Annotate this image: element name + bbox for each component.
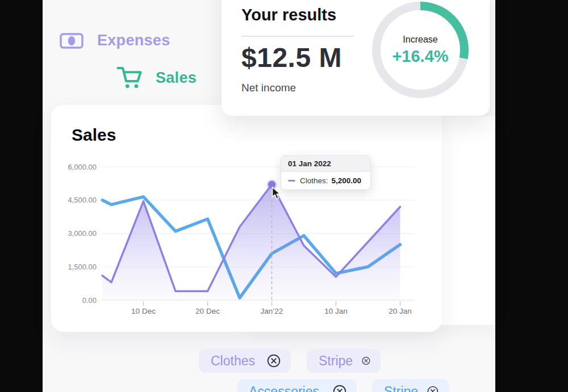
- svg-text:0.00: 0.00: [82, 296, 97, 305]
- chart-tooltip: 01 Jan 2022 Clothes: 5,200.00: [281, 155, 371, 190]
- filter-tag-partial-2[interactable]: Stripe: [372, 379, 449, 392]
- cart-icon: [116, 66, 142, 90]
- results-title: Your results: [241, 6, 336, 24]
- remove-tag-icon[interactable]: [267, 354, 281, 368]
- remove-tag-icon[interactable]: [333, 385, 346, 392]
- tag-label: Clothes: [211, 353, 255, 369]
- expenses-label: Expenses: [97, 32, 170, 49]
- filter-tag-stripe[interactable]: Stripe: [307, 349, 381, 373]
- divider: [241, 36, 354, 37]
- svg-text:20 Jan: 20 Jan: [389, 307, 412, 315]
- net-income-caption: Net income: [241, 82, 296, 94]
- svg-text:Jan’22: Jan’22: [261, 307, 283, 315]
- svg-text:20 Dec: 20 Dec: [195, 307, 220, 315]
- legend-sales: Sales: [116, 66, 197, 90]
- tooltip-body: Clothes: 5,200.00: [281, 172, 370, 189]
- tag-label: Accessories: [249, 384, 319, 392]
- svg-text:4,500.00: 4,500.00: [68, 196, 97, 204]
- remove-tag-icon[interactable]: [362, 354, 370, 368]
- svg-text:6,000.00: 6,000.00: [68, 163, 97, 171]
- sales-chart-card: Sales 6,000.004,500.003,000.001,500.000.…: [51, 105, 442, 332]
- tooltip-value: 5,200.00: [332, 176, 362, 185]
- banknote-icon: [60, 33, 83, 49]
- sales-line-chart[interactable]: 6,000.004,500.003,000.001,500.000.0010 D…: [51, 105, 442, 332]
- series-swatch: [288, 180, 295, 182]
- sales-label: Sales: [156, 69, 197, 87]
- tag-label: Stripe: [384, 384, 418, 392]
- net-income-amount: $12.5 M: [241, 42, 342, 73]
- svg-text:10 Dec: 10 Dec: [131, 307, 156, 315]
- increase-value: +16.4%: [392, 47, 448, 66]
- donut-texts: Increase +16.4%: [370, 0, 470, 100]
- filter-tag-partial-1[interactable]: Accessories: [237, 379, 357, 392]
- mouse-cursor-icon: [272, 187, 284, 203]
- svg-text:10 Jan: 10 Jan: [324, 307, 348, 315]
- svg-text:3,000.00: 3,000.00: [68, 229, 97, 238]
- remove-tag-icon[interactable]: [427, 385, 438, 392]
- increase-label: Increase: [403, 35, 437, 45]
- tooltip-date: 01 Jan 2022: [281, 156, 370, 172]
- app-screen: Expenses Sales Your results $12.5 M Net …: [0, 0, 568, 392]
- legend-expenses: Expenses: [60, 32, 170, 49]
- tag-label: Stripe: [319, 353, 353, 369]
- svg-text:1,500.00: 1,500.00: [68, 263, 97, 271]
- results-card: Your results $12.5 M Net income Increase…: [222, 0, 490, 116]
- filter-tag-clothes[interactable]: Clothes: [199, 349, 291, 373]
- tooltip-series-label: Clothes:: [300, 176, 328, 185]
